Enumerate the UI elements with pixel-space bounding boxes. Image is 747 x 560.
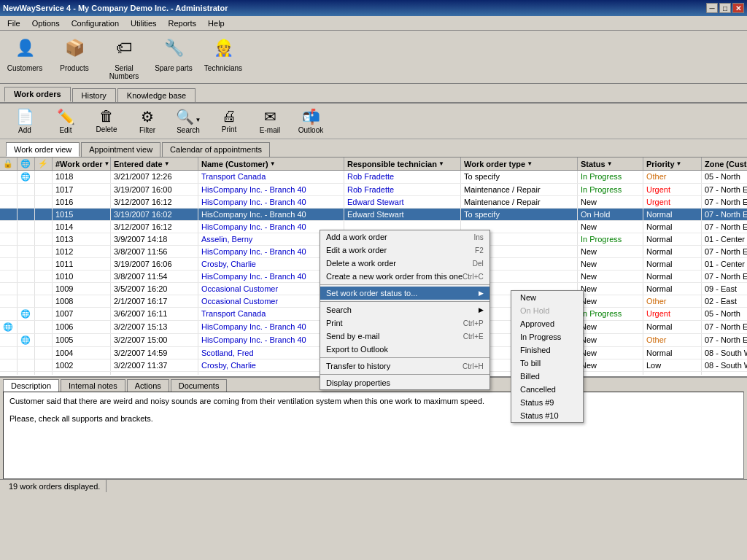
cm-label: Search	[326, 306, 352, 314]
row-icon1	[0, 258, 18, 270]
grid-row[interactable]: 1017 3/19/2007 16:00 HisCompany Inc. - B…	[0, 184, 747, 196]
row-icon1	[0, 283, 18, 295]
menu-item-file[interactable]: File	[1, 18, 26, 29]
context-menu-item-send-by-e-mail[interactable]: Send by e-mailCtrl+E	[320, 330, 489, 343]
grid-row[interactable]: 🌐 1018 3/21/2007 12:26 Transport Canada …	[0, 171, 747, 184]
row-id: 1014	[53, 221, 111, 233]
toolbar-icon-products[interactable]: 📦Products	[54, 34, 95, 80]
bottom-content: Customer said that there are weird and n…	[3, 392, 744, 479]
row-icon1	[0, 246, 18, 257]
bottom-tab-actions[interactable]: Actions	[127, 379, 169, 392]
minimize-button[interactable]: ─	[706, 3, 718, 13]
search-dropdown-arrow[interactable]: ▼	[196, 117, 201, 123]
grid-header-6[interactable]: Responsible technician ▼	[344, 158, 461, 170]
context-menu-item-set-work-order-statu[interactable]: Set work order status to...▶	[320, 287, 489, 300]
menu-item-help[interactable]: Help	[202, 18, 231, 29]
cm-shortcut: Ctrl+H	[462, 362, 484, 370]
row-id: 1001	[53, 372, 111, 375]
view-tab-0[interactable]: Work order view	[6, 142, 80, 157]
tool-btn-outlook[interactable]: 📬Outlook	[293, 106, 328, 136]
tool-btn-delete[interactable]: 🗑Delete	[89, 106, 124, 136]
status-item-new[interactable]: New	[511, 291, 583, 304]
status-item-on-hold: On Hold	[511, 304, 583, 317]
grid-row[interactable]: 1015 3/19/2007 16:02 HisCompany Inc. - B…	[0, 209, 747, 221]
row-id: 1006	[53, 321, 111, 333]
menu-item-reports[interactable]: Reports	[163, 18, 203, 29]
toolbar-icon-technicians[interactable]: 👷Technicians	[203, 34, 244, 80]
row-icon2	[18, 295, 35, 307]
context-menu: Add a work orderInsEdit a work orderF2De…	[320, 230, 490, 390]
tool-btn-filter[interactable]: ⚙Filter	[130, 106, 165, 136]
submenu-status: NewOn HoldApprovedIn ProgressFinishedTo …	[511, 290, 584, 423]
tool-btn-search[interactable]: 🔍▼Search	[171, 106, 206, 136]
row-zone: 07 - North East	[702, 372, 747, 375]
tool-btn-add[interactable]: 📄Add	[7, 106, 42, 136]
status-item-cancelled[interactable]: Cancelled	[511, 383, 583, 396]
grid-header-4[interactable]: Entered date ▼	[111, 158, 198, 170]
titlebar: NewWayService 4 - My Company Demo Inc. -…	[0, 0, 747, 16]
view-tab-1[interactable]: Appointment view	[81, 142, 160, 157]
bottom-tab-internal-notes[interactable]: Internal notes	[61, 379, 125, 392]
row-icon2	[18, 359, 35, 371]
row-priority: Urgent	[643, 184, 702, 195]
tool-btn-print[interactable]: 🖨Print	[212, 106, 247, 136]
status-item-to-bill[interactable]: To bill	[511, 357, 583, 370]
grid-header-5[interactable]: Name (Customer) ▼	[198, 158, 344, 170]
toolbar-icon-serial-numbers[interactable]: 🏷Serial Numbers	[104, 34, 144, 80]
row-status: In Progress	[578, 184, 643, 195]
context-menu-item-delete-a-work-order[interactable]: Delete a work orderDel	[320, 257, 489, 270]
grid-header-7[interactable]: Work order type ▼	[461, 158, 578, 170]
row-id: 1010	[53, 271, 111, 282]
grid-row[interactable]: 1016 3/12/2007 16:12 HisCompany Inc. - B…	[0, 196, 747, 209]
status-item-status-#9[interactable]: Status #9	[511, 396, 583, 409]
row-customer: HisCompany Inc. - Branch 40	[198, 184, 344, 195]
context-menu-item-edit-a-work-order[interactable]: Edit a work orderF2	[320, 244, 489, 257]
grid-header-2[interactable]: ⚡	[35, 158, 53, 170]
menu-item-configuration[interactable]: Configuration	[66, 18, 125, 29]
restore-button[interactable]: □	[719, 3, 731, 13]
context-menu-item-print[interactable]: PrintCtrl+P	[320, 316, 489, 330]
grid-header-10[interactable]: Zone (Customer) ▼	[702, 158, 747, 170]
status-item-approved[interactable]: Approved	[511, 317, 583, 330]
status-item-in-progress[interactable]: In Progress	[511, 330, 583, 343]
context-menu-item-transfer-to-history[interactable]: Transfer to historyCtrl+H	[320, 359, 489, 373]
tool-btn-edit[interactable]: ✏️Edit	[48, 106, 83, 136]
status-item-finished[interactable]: Finished	[511, 343, 583, 357]
menu-item-utilities[interactable]: Utilities	[125, 18, 162, 29]
row-zone: 07 - North East	[702, 221, 747, 233]
tool-btn-e-mail[interactable]: ✉E-mail	[252, 106, 287, 136]
close-button[interactable]: ✕	[732, 3, 744, 13]
menu-item-options[interactable]: Options	[26, 18, 66, 29]
row-status: New	[578, 196, 643, 208]
context-menu-item-create-a-new-work-or[interactable]: Create a new work order from this oneCtr…	[320, 270, 489, 283]
main-tab-1[interactable]: History	[72, 88, 116, 102]
main-tab-0[interactable]: Work orders	[4, 87, 71, 102]
status-item-billed[interactable]: Billed	[511, 370, 583, 383]
row-icon2	[18, 271, 35, 282]
grid-header-9[interactable]: Priority ▼	[643, 158, 702, 170]
statusbar: 19 work orders displayed.	[0, 479, 747, 492]
row-status: New	[578, 321, 643, 333]
view-tab-2[interactable]: Calendar of appointments	[162, 142, 270, 157]
main-tab-2[interactable]: Knowledge base	[117, 88, 196, 102]
grid-header-1[interactable]: 🌐	[18, 158, 35, 170]
bottom-tab-documents[interactable]: Documents	[171, 379, 228, 392]
row-zone: 08 - South West	[702, 347, 747, 359]
grid-header-8[interactable]: Status ▼	[578, 158, 643, 170]
context-menu-item-display-properties[interactable]: Display properties	[320, 376, 489, 389]
bottom-tab-description[interactable]: Description	[3, 379, 59, 392]
context-menu-item-export-to-outlook[interactable]: Export to Outlook	[320, 343, 489, 356]
context-menu-item-add-a-work-order[interactable]: Add a work orderIns	[320, 230, 489, 244]
row-date: 3/21/2007 12:26	[111, 171, 198, 183]
grid-header-0[interactable]: 🔒	[0, 158, 18, 170]
status-item-status-#10[interactable]: Status #10	[511, 409, 583, 422]
context-menu-item-search[interactable]: Search▶	[320, 303, 489, 316]
toolbar-icon-customers[interactable]: 👤Customers	[4, 34, 45, 80]
status-text: 19 work orders displayed.	[3, 480, 107, 492]
toolbar-icon-spare-parts[interactable]: 🔧Spare parts	[153, 34, 194, 80]
row-icon1	[0, 171, 18, 183]
row-priority: Other	[643, 171, 702, 183]
grid-header-3[interactable]: #Work order ▼	[53, 158, 111, 170]
row-priority: Normal	[643, 246, 702, 257]
submenu-arrow-icon: ▶	[479, 289, 484, 297]
